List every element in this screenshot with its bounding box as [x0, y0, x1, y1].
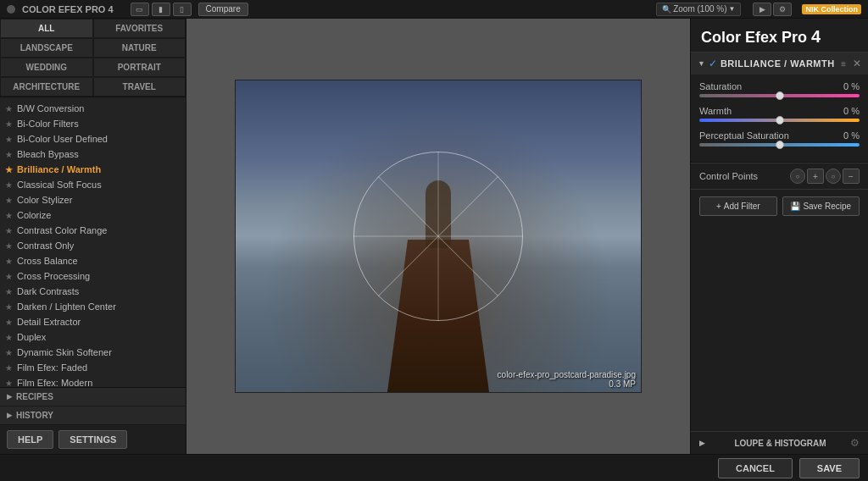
star-icon: ★ — [5, 333, 13, 342]
recipes-toggle[interactable]: ▶ RECIPES — [0, 388, 186, 406]
filter-item[interactable]: ★Bleach Bypass — [0, 147, 186, 162]
chevron-down-icon: ▼ — [729, 5, 736, 13]
filter-item[interactable]: ★B/W Conversion — [0, 101, 186, 116]
filter-item[interactable]: ★Colorize — [0, 207, 186, 223]
filter-label: Brilliance / Warmth — [17, 164, 101, 174]
filter-item[interactable]: ★Brilliance / Warmth — [0, 162, 186, 177]
slider-thumb-warmth[interactable] — [776, 116, 784, 124]
save-recipe-icon: 💾 — [790, 202, 800, 211]
recipes-label: RECIPES — [16, 392, 53, 401]
split-view-icon[interactable]: ▯ — [173, 3, 192, 16]
filter-item[interactable]: ★Darken / Lighten Center — [0, 299, 186, 314]
tab-portrait[interactable]: PORTRAIT — [93, 58, 186, 77]
settings-button[interactable]: SETTINGS — [58, 430, 127, 449]
tab-all[interactable]: ALL — [0, 19, 93, 38]
tab-architecture[interactable]: ARCHITECTURE — [0, 77, 93, 97]
filter-item[interactable]: ★Detail Extractor — [0, 314, 186, 329]
loupe-section[interactable]: ▶ LOUPE & HISTOGRAM ⚙ — [691, 431, 868, 454]
star-icon: ★ — [5, 150, 13, 159]
control-points-section: Control Points ○ + ○ − — [691, 163, 868, 189]
filter-item[interactable]: ★Film Efex: Modern — [0, 375, 186, 387]
dual-view-icon[interactable]: ▮ — [152, 3, 170, 16]
filter-item[interactable]: ★Cross Processing — [0, 268, 186, 284]
help-button[interactable]: HELP — [7, 430, 53, 449]
star-icon: ★ — [5, 257, 13, 266]
sliders-group: Saturation 0 % Warmth 0 % Perceptual Sat… — [691, 75, 868, 162]
section-menu-icon[interactable]: ≡ — [841, 59, 846, 69]
filter-item[interactable]: ★Dynamic Skin Softener — [0, 345, 186, 360]
filter-label: Classical Soft Focus — [17, 180, 102, 190]
tab-wedding[interactable]: WEDDING — [0, 58, 93, 77]
app-name-number: 4 — [811, 27, 821, 46]
tab-landscape[interactable]: LANDSCAPE — [0, 38, 93, 58]
filter-item[interactable]: ★Dark Contrasts — [0, 284, 186, 299]
cp-minus-button[interactable]: − — [843, 169, 860, 184]
filter-label: Detail Extractor — [17, 317, 81, 327]
photo-caption: color-efex-pro_postcard-paradise.jpg 0.3… — [498, 370, 636, 389]
action-buttons: + Add Filter 💾 Save Recipe — [691, 189, 868, 223]
filter-item[interactable]: ★Color Stylizer — [0, 192, 186, 207]
section-close-icon[interactable]: ✕ — [853, 58, 861, 69]
loupe-settings-icon[interactable]: ⚙ — [850, 437, 860, 449]
star-icon: ★ — [5, 196, 13, 205]
filter-item[interactable]: ★Contrast Color Range — [0, 223, 186, 238]
filter-item[interactable]: ★Classical Soft Focus — [0, 177, 186, 192]
filter-label: Contrast Only — [17, 240, 74, 251]
slider-label-perceptual: Perceptual Saturation — [699, 130, 789, 141]
star-icon: ★ — [5, 180, 13, 190]
control-points-label: Control Points — [699, 171, 788, 181]
cp-circle2-button[interactable]: ○ — [826, 169, 841, 184]
settings-icon[interactable]: ⚙ — [773, 3, 792, 16]
slider-row-warmth: Warmth 0 % — [699, 106, 860, 122]
slider-row-saturation: Saturation 0 % — [699, 81, 860, 97]
photo-canvas: color-efex-pro_postcard-paradise.jpg 0.3… — [186, 19, 690, 454]
expand-arrow-icon: ▼ — [698, 59, 705, 68]
loupe-label: LOUPE & HISTOGRAM — [734, 439, 826, 448]
slider-thumb-perceptual[interactable] — [776, 141, 784, 149]
filter-item[interactable]: ★Bi-Color Filters — [0, 116, 186, 131]
slider-row-perceptual: Perceptual Saturation 0 % — [699, 130, 860, 147]
history-toggle[interactable]: ▶ HISTORY — [0, 406, 186, 425]
slider-thumb-saturation[interactable] — [776, 91, 784, 100]
filter-item[interactable]: ★Contrast Only — [0, 238, 186, 253]
cancel-button[interactable]: CANCEL — [718, 458, 793, 478]
compare-button[interactable]: Compare — [198, 3, 248, 16]
section-check-icon[interactable]: ✓ — [709, 58, 717, 69]
filter-label: Film Efex: Faded — [17, 362, 87, 373]
filter-label: Colorize — [17, 210, 51, 220]
single-view-icon[interactable]: ▭ — [131, 3, 149, 16]
filter-item[interactable]: ★Film Efex: Faded — [0, 360, 186, 375]
filter-label: Bi-Color User Defined — [17, 134, 108, 144]
titlebar: COLOR EFEX PRO 4 ▭ ▮ ▯ Compare 🔍 Zoom (1… — [0, 0, 868, 19]
right-panel: Color Efex Pro 4 ▼ ✓ BRILLIANCE / WARMTH… — [690, 19, 868, 454]
tab-nature[interactable]: NATURE — [93, 38, 186, 58]
tab-favorites[interactable]: FAVORITES — [93, 19, 186, 38]
right-spacer — [691, 223, 868, 431]
slider-track-warmth[interactable] — [699, 119, 860, 122]
add-icon: + — [716, 202, 721, 211]
slider-track-perceptual[interactable] — [699, 143, 860, 147]
cp-add-button[interactable]: + — [807, 169, 824, 184]
slider-track-saturation[interactable] — [699, 94, 860, 97]
save-recipe-button[interactable]: 💾 Save Recipe — [782, 196, 860, 216]
history-label: HISTORY — [16, 411, 53, 420]
add-filter-button[interactable]: + Add Filter — [699, 196, 777, 216]
filter-item[interactable]: ★Duplex — [0, 329, 186, 345]
filter-label: Film Efex: Modern — [17, 378, 92, 387]
filter-label: Duplex — [17, 332, 46, 342]
filter-item[interactable]: ★Bi-Color User Defined — [0, 131, 186, 147]
add-filter-label: Add Filter — [724, 202, 760, 211]
tab-travel[interactable]: TRAVEL — [93, 77, 186, 97]
pan-icon[interactable]: ▶ — [753, 3, 771, 16]
section-header[interactable]: ▼ ✓ BRILLIANCE / WARMTH ≡ ✕ — [691, 53, 868, 75]
save-button[interactable]: SAVE — [799, 458, 860, 478]
filter-list: ★B/W Conversion★Bi-Color Filters★Bi-Colo… — [0, 97, 186, 387]
recipes-arrow-icon: ▶ — [7, 393, 12, 401]
filter-label: Dynamic Skin Softener — [17, 347, 112, 357]
star-icon: ★ — [5, 119, 13, 129]
filter-label: Bleach Bypass — [17, 149, 79, 159]
cp-circle-button[interactable]: ○ — [790, 169, 805, 184]
star-icon: ★ — [5, 302, 13, 312]
zoom-control[interactable]: 🔍 Zoom (100 %) ▼ — [656, 3, 741, 16]
filter-item[interactable]: ★Cross Balance — [0, 253, 186, 268]
